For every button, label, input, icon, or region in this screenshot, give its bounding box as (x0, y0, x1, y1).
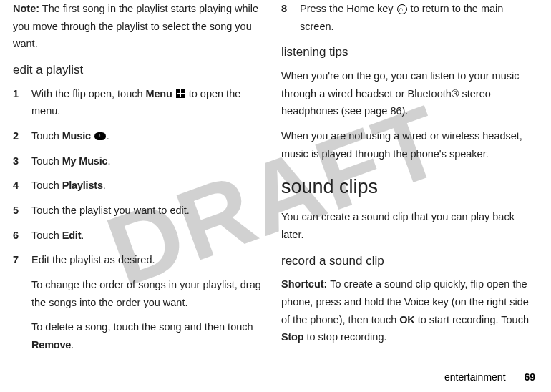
step-8-list: 8 Press the Home key to return to the ma… (281, 0, 532, 35)
music-icon (94, 132, 106, 140)
footer-section: entertainment (444, 371, 506, 383)
sound-paragraph: You can create a sound clip that you can… (281, 208, 532, 243)
step-body: Touch Edit. (31, 227, 264, 245)
step-body: Press the Home key to return to the main… (300, 0, 532, 35)
step-4: 4 Touch Playlists. (13, 177, 264, 195)
step-number: 6 (13, 227, 31, 245)
step-body: Edit the playlist as desired. To change … (31, 251, 264, 353)
text: Touch (31, 180, 62, 191)
note-label: Note: (13, 3, 39, 14)
left-column: Note: The first song in the playlist sta… (4, 0, 273, 392)
page-footer: entertainment 69 (444, 369, 535, 386)
step-number: 1 (13, 85, 31, 103)
edit-label: Edit (62, 230, 82, 241)
ok-label: OK (399, 314, 414, 325)
shortcut-paragraph: Shortcut: To create a sound clip quickly… (281, 275, 532, 346)
text: . (107, 130, 109, 142)
edit-steps: 1 With the flip open, touch Menu to open… (13, 85, 264, 354)
step-5: 5 Touch the playlist you want to edit. (13, 202, 264, 220)
note-body: The first song in the playlist starts pl… (13, 3, 258, 49)
playlists-label: Playlists (62, 180, 103, 191)
text: . (71, 339, 74, 351)
remove-label: Remove (31, 339, 71, 351)
heading-record-clip: record a sound clip (281, 251, 532, 272)
text: . (81, 230, 84, 241)
tips-paragraph-1: When you're on the go, you can listen to… (281, 67, 532, 120)
text: . (103, 180, 106, 191)
step-number: 4 (13, 177, 31, 195)
mymusic-label: My Music (62, 155, 108, 167)
right-column: 8 Press the Home key to return to the ma… (273, 0, 541, 392)
step-body: Touch My Music. (31, 152, 264, 170)
tips-paragraph-2: When you are not using a wired or wirele… (281, 127, 532, 162)
step-number: 2 (13, 127, 31, 145)
heading-edit-playlist: edit a playlist (13, 60, 264, 81)
step-6: 6 Touch Edit. (13, 227, 264, 245)
step-number: 8 (281, 0, 300, 18)
step-number: 3 (13, 152, 31, 170)
step-2: 2 Touch Music . (13, 127, 264, 145)
step-number: 5 (13, 202, 31, 220)
step-7: 7 Edit the playlist as desired. To chang… (13, 251, 264, 353)
step-1: 1 With the flip open, touch Menu to open… (13, 85, 264, 120)
note-paragraph: Note: The first song in the playlist sta… (13, 0, 264, 53)
step-body: Touch Playlists. (31, 177, 264, 195)
menu-label: Menu (146, 88, 172, 99)
step-3: 3 Touch My Music. (13, 152, 264, 170)
step-number: 7 (13, 251, 31, 269)
stop-label: Stop (281, 331, 303, 343)
text: To delete a song, touch the song and the… (31, 321, 253, 333)
text: Edit the playlist as desired. (31, 254, 155, 265)
page-content: Note: The first song in the playlist sta… (0, 0, 551, 392)
text: Touch (31, 230, 62, 241)
step7-sub1: To change the order of songs in your pla… (31, 276, 264, 311)
text: to start recording. Touch (415, 314, 529, 325)
text: to stop recording. (303, 331, 386, 343)
step-body: With the flip open, touch Menu to open t… (31, 85, 264, 120)
footer-page-number: 69 (524, 371, 535, 383)
step-8: 8 Press the Home key to return to the ma… (281, 0, 532, 35)
step7-sub2: To delete a song, touch the song and the… (31, 318, 264, 353)
heading-sound-clips: sound clips (281, 171, 532, 204)
text: Touch (31, 155, 62, 167)
text: With the flip open, touch (31, 88, 146, 99)
step-body: Touch Music . (31, 127, 264, 145)
shortcut-label: Shortcut: (281, 278, 327, 290)
text: . (107, 155, 110, 167)
step-body: Touch the playlist you want to edit. (31, 202, 264, 220)
heading-listening-tips: listening tips (281, 42, 532, 63)
music-label: Music (62, 130, 91, 142)
text: Press the Home key (300, 3, 396, 14)
menu-icon (176, 89, 185, 98)
home-key-icon (397, 4, 407, 14)
text: Touch (31, 130, 62, 142)
